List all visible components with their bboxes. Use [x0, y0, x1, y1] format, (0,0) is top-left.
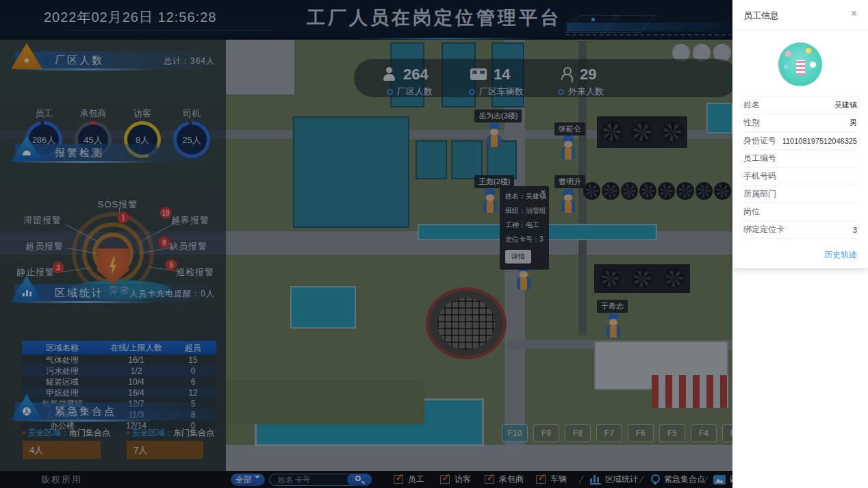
tool-region-stats[interactable]: 区域统计 — [590, 474, 638, 485]
worker-label: 岳为志(3楼) — [474, 110, 522, 123]
walker-icon — [559, 67, 573, 81]
stat-value: 29 — [580, 66, 596, 84]
alarm-item-label: 滞留报警 — [23, 214, 62, 227]
map-shape — [226, 40, 294, 94]
header-decoration — [65, 30, 270, 31]
map-building — [451, 140, 483, 179]
worker-marker[interactable] — [605, 313, 622, 341]
header-decoration — [356, 38, 534, 40]
alarm-count-badge: 1 — [118, 212, 129, 224]
floor-button-f10[interactable]: F10 — [502, 424, 528, 442]
floor-button-f4[interactable]: F4 — [691, 424, 717, 442]
alarm-item-label: 巡检报警 — [176, 266, 214, 279]
total-count: 总计：364人 — [164, 55, 215, 67]
popup-row-label: 姓名： — [505, 192, 526, 200]
floor-button-f8[interactable]: F8 — [565, 424, 591, 442]
alarm-count-badge: 8 — [159, 237, 170, 248]
field-row-gender: 性别男 — [743, 114, 857, 132]
table-row[interactable]: 污水处理1/20 — [22, 365, 216, 376]
table-row[interactable]: 甲烷处理16/412 — [22, 387, 216, 398]
worker-label: 于希志 — [597, 300, 628, 313]
field-row-employee-no: 员工编号 — [743, 150, 857, 168]
worker-label: 张菘仑 — [554, 123, 585, 136]
worker-marker[interactable] — [560, 189, 576, 216]
worker-marker[interactable] — [482, 189, 498, 216]
person-star-icon: ★ — [11, 43, 42, 69]
checkbox-icon — [394, 475, 403, 484]
checkbox-visitors[interactable]: 访客 — [440, 474, 471, 485]
alarm-item-label: 越界报警 — [171, 214, 209, 227]
separator: / — [638, 474, 645, 485]
worker-marker[interactable] — [486, 123, 502, 151]
copyright-text: 版权所用 — [41, 474, 82, 486]
employee-info-card: 员工信息 × 姓名吴建镇 性别男 身份证号110108197512046325 … — [732, 0, 868, 268]
popup-close-icon[interactable]: × — [541, 188, 546, 196]
table-row[interactable]: 罐装区域10/46 — [22, 376, 216, 387]
red-dot-icon — [127, 431, 129, 434]
alarm-item-label: 缺员报警 — [169, 240, 207, 253]
field-row-position: 岗位 — [743, 203, 857, 221]
worker-marker-selected[interactable] — [515, 266, 532, 293]
section-header-regions: 区域统计 人员卡充电提醒：0人 — [15, 284, 218, 302]
popup-detail-button[interactable]: 详情 — [505, 250, 531, 264]
field-row-name: 姓名吴建镇 — [743, 97, 857, 114]
close-icon[interactable]: × — [851, 8, 857, 19]
pin-icon — [650, 474, 660, 485]
floor-button-f9[interactable]: F9 — [533, 424, 559, 442]
worker-label: 曹明升 — [554, 175, 585, 188]
popup-row-value: 油管组 — [526, 207, 546, 214]
section-title: 区域统计 — [55, 287, 104, 300]
lightning-icon — [107, 257, 118, 275]
table-header-row: 区域名称在线/上限人数超员 — [22, 341, 216, 355]
search-button[interactable] — [347, 474, 372, 486]
fan-row — [583, 182, 731, 204]
assembly-point-label: 安全区域：南门集合点 — [23, 427, 110, 439]
assembly-point-label: 安全区域：东门集合点 — [127, 427, 214, 439]
bus-icon — [470, 68, 487, 80]
ring-icon — [558, 89, 564, 95]
employee-fields: 姓名吴建镇 性别男 身份证号110108197512046325 员工编号 手机… — [743, 96, 857, 239]
field-row-id-number: 身份证号110108197512046325 — [743, 132, 857, 150]
fan-unit — [597, 116, 687, 148]
panel-title: 员工信息 — [743, 10, 779, 22]
floor-button-f6[interactable]: F6 — [628, 424, 654, 442]
checkbox-icon — [440, 475, 450, 484]
person-icon — [383, 67, 396, 81]
history-track-link[interactable]: 历史轨迹 — [824, 249, 857, 261]
checkbox-employees[interactable]: 员工 — [394, 474, 424, 485]
assembly-count-bar: 4人 — [23, 441, 101, 459]
section-title: 报警检测 — [55, 146, 104, 159]
section-title: 紧急集合点 — [55, 405, 116, 418]
assembly-count-bar: 7人 — [127, 441, 203, 459]
section-header-factory-count: ★ 厂区人数 总计：364人 — [15, 51, 218, 69]
floor-button-f7[interactable]: F7 — [596, 424, 622, 442]
alarm-count-badge: 19 — [160, 207, 172, 219]
checkbox-contractors[interactable]: 承包商 — [485, 474, 524, 485]
tool-assembly-points[interactable]: 紧急集合点 — [650, 474, 705, 485]
floor-button-f5[interactable]: F5 — [659, 424, 685, 442]
header-decoration — [565, 34, 732, 36]
employee-avatar — [778, 42, 822, 86]
chart-icon — [590, 475, 601, 485]
search-icon — [355, 476, 361, 481]
table-row[interactable]: 气体处理16/115 — [22, 355, 216, 365]
stat-label: 厂区车辆数 — [469, 86, 524, 98]
search-box — [269, 474, 372, 486]
checkbox-vehicles[interactable]: 车辆 — [536, 474, 567, 485]
cooling-tower — [426, 287, 507, 359]
filter-dropdown[interactable]: 全部 — [231, 474, 265, 486]
section-title: 厂区人数 — [55, 54, 104, 67]
worker-marker[interactable] — [560, 136, 576, 163]
search-input[interactable] — [277, 474, 342, 485]
separator: / — [578, 474, 585, 485]
map-building — [416, 140, 447, 179]
field-row-department: 所属部门 — [743, 185, 857, 203]
checkbox-icon — [536, 475, 546, 484]
floor-selector: F10 F9 F8 F7 F6 F5 F4 F3 — [502, 424, 748, 442]
alarm-item-label: 静止报警 — [16, 266, 55, 279]
stat-value: 14 — [494, 66, 510, 84]
popup-row-label: 定位卡号： — [505, 235, 539, 243]
popup-row-label: 工种： — [505, 221, 526, 229]
bottom-toolbar: 版权所用 全部 员工 访客 承包商 车辆 / 区域统计 / 紧急集合点 / 四 — [0, 471, 732, 488]
stat-label: 厂区人数 — [387, 86, 433, 98]
